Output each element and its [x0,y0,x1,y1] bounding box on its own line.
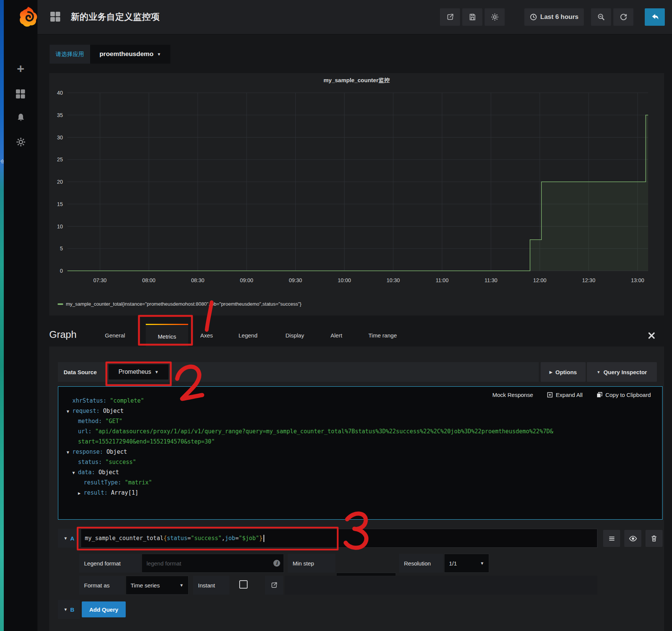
json-str: start=1552172940&end=1552194570&step=30" [78,438,215,445]
json-tree-line: resultType: "matrix" [67,478,553,488]
tree-toggle-icon[interactable]: ▼ [67,406,72,417]
query-token: my_sample_counter_total [85,535,164,542]
desktop-background-strip [0,0,4,631]
settings-gear-icon[interactable] [4,137,37,147]
query-token: job [225,535,235,542]
query-token: "$job" [239,535,259,542]
query-inspector-panel: Mock Response Expand All Copy to Clipboa… [58,386,663,520]
legend-color-dash [58,303,63,305]
save-icon [468,13,477,21]
svg-text:11:00: 11:00 [436,277,449,283]
tree-toggle-icon[interactable]: ▼ [67,447,72,458]
add-icon[interactable]: + [4,63,37,75]
zoom-out-button[interactable] [591,8,611,26]
sidebar: + [4,0,37,631]
refresh-button[interactable] [613,8,633,26]
legend-format-label: Legend format [79,554,141,573]
tab-display[interactable]: Display [285,332,304,339]
chevron-down-icon: ▼ [64,536,68,540]
query-token: = [235,535,239,542]
svg-text:07:30: 07:30 [94,277,107,283]
json-key: request: [72,408,103,414]
json-tree-line: ▼request: Object [67,406,553,416]
panel-title[interactable]: my_sample_counter监控 [49,77,664,84]
tab-metrics[interactable]: Metrics [146,324,188,348]
add-query-button[interactable]: Add Query [82,601,126,617]
query-ref-letter: A [70,535,75,542]
dashboard-grid-icon [50,12,61,22]
query-row-a-collapse[interactable]: ▼ A [58,529,80,548]
menu-icon [608,535,615,542]
query-toggle-visibility-button[interactable] [624,530,641,547]
chevron-right-icon: ▶ [549,370,552,374]
json-str: "GET" [105,418,122,425]
tab-axes[interactable]: Axes [200,332,213,339]
legend-format-input[interactable] [142,554,284,572]
legend-format-field: i [142,554,284,573]
instant-checkbox[interactable] [239,580,248,589]
min-step-label: Min step [288,554,335,573]
json-tree-line: method: "GET" [67,416,553,426]
svg-text:5: 5 [60,245,63,251]
tab-alert[interactable]: Alert [331,332,342,339]
editor-tab-bar: GeneralMetricsAxesLegendDisplayAlertTime… [49,324,664,347]
clock-icon [530,13,537,21]
svg-text:10: 10 [57,223,63,230]
resolution-select[interactable]: 1/1 ▼ [444,554,489,573]
info-icon[interactable]: i [273,560,280,567]
svg-text:10:00: 10:00 [338,277,351,283]
json-tree-line: xhrStatus: "complete" [67,396,553,406]
save-button[interactable] [462,8,482,26]
query-inspector-toggle-button[interactable]: ▼ Query Inspector [587,362,657,382]
panel-settings-button[interactable] [485,8,505,26]
tree-toggle-icon[interactable]: ▶ [78,488,84,498]
grafana-logo[interactable] [17,6,39,27]
query-token: } [259,535,263,542]
json-key: response: [72,448,106,455]
format-as-label: Format as [79,576,125,595]
query-token: status [167,535,187,542]
desktop-strip-glyph: 仓 [0,158,4,164]
tab-time-range[interactable]: Time range [368,332,397,339]
close-editor-icon[interactable] [647,331,656,340]
instant-label: Instant [193,576,229,595]
svg-text:09:30: 09:30 [289,277,302,283]
grafana-dashboard-app: 仓 + [0,0,672,631]
chart-legend-item[interactable]: my_sample_counter_total{instance="promet… [58,301,301,307]
chevron-down-icon: ▼ [64,607,68,612]
svg-text:35: 35 [57,112,63,118]
svg-text:20: 20 [57,179,63,185]
tab-general[interactable]: General [105,332,125,339]
timeseries-chart[interactable]: 051015202530354007:3008:0008:3009:0009:3… [53,78,661,299]
datasource-dropdown[interactable]: Prometheus ▼ [109,364,168,380]
options-toggle-button[interactable]: ▶ Options [541,362,586,382]
query-row-b-collapse[interactable]: ▼ B [58,600,80,619]
dashboards-icon[interactable] [4,89,37,101]
tree-toggle-icon[interactable]: ▼ [72,468,78,478]
alerting-bell-icon[interactable] [4,113,37,123]
chevron-down-icon: ▼ [154,370,159,374]
back-button[interactable] [645,8,665,26]
resolution-value: 1/1 [449,560,457,567]
inspector-json-tree: xhrStatus: "complete"▼request: Objectmet… [67,396,553,498]
query-menu-button[interactable] [603,530,620,547]
query-delete-button[interactable] [645,530,663,547]
tab-legend[interactable]: Legend [239,332,257,339]
json-key: method: [78,418,105,425]
json-tree-line: url: "api/datasources/proxy/1/api/v1/que… [67,426,553,437]
query-token: { [164,535,167,542]
json-tree-line: ▼response: Object [67,447,553,457]
variable-dropdown[interactable]: proemtheusdemo ▼ [90,45,170,64]
format-as-select[interactable]: Time series ▼ [126,576,189,595]
format-row-bar [285,576,597,595]
refresh-icon [619,13,628,21]
query-expression-input[interactable]: my_sample_counter_total{status="success"… [81,529,597,548]
copy-to-clipboard-link[interactable]: Copy to Clipboard [596,392,651,398]
query-export-button[interactable] [265,576,283,595]
time-range-button[interactable]: Last 6 hours [524,8,584,26]
chevron-down-icon: ▼ [480,561,484,565]
share-button[interactable] [440,8,460,26]
trash-icon [650,535,658,542]
copy-to-clipboard-label: Copy to Clipboard [605,392,651,398]
share-icon [446,13,454,21]
